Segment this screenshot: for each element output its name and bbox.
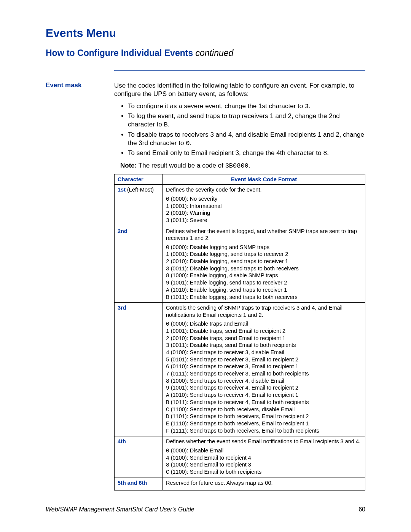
section-title: How to Configure Individual Events conti…: [46, 48, 365, 58]
table-row: 4thDefines whether the event sends Email…: [115, 436, 365, 478]
table-row: 3rdControls the sending of SNMP traps to…: [115, 303, 365, 436]
col-header-format: Event Mask Code Format: [163, 174, 365, 185]
note-label: Note:: [120, 162, 137, 169]
note-line: Note: The result would be a code of 3B08…: [120, 161, 365, 170]
page-title: Events Menu: [46, 27, 365, 40]
list-item: To disable traps to receivers 3 and 4, a…: [128, 131, 365, 148]
table-row: 2ndDefines whether the event is logged, …: [115, 226, 365, 303]
note-code: 3B0800: [225, 162, 249, 169]
table-row: 1st (Left-Most)Defines the severity code…: [115, 185, 365, 226]
divider: [114, 70, 365, 71]
list-item: To send Email only to Email recipient 3,…: [128, 149, 365, 158]
section-continued: continued: [196, 48, 234, 58]
list-item: To configure it as a severe event, chang…: [128, 102, 365, 111]
section-title-text: How to Configure Individual Events: [46, 48, 193, 58]
intro-paragraph: Use the codes identified in the followin…: [114, 81, 365, 98]
note-pre: The result would be a code of: [137, 162, 225, 169]
margin-label: Event mask: [46, 81, 114, 490]
list-item: To log the event, and send traps to trap…: [128, 112, 365, 129]
bullet-list: To configure it as a severe event, chang…: [114, 102, 365, 158]
table-row: 5th and 6thReserved for future use. Alwa…: [115, 478, 365, 490]
note-post: .: [249, 162, 250, 169]
page-number: 60: [358, 506, 365, 513]
footer-title: Web/SNMP Management SmartSlot Card User'…: [46, 506, 194, 513]
col-header-character: Character: [115, 174, 163, 185]
event-mask-table: Character Event Mask Code Format 1st (Le…: [114, 174, 365, 490]
